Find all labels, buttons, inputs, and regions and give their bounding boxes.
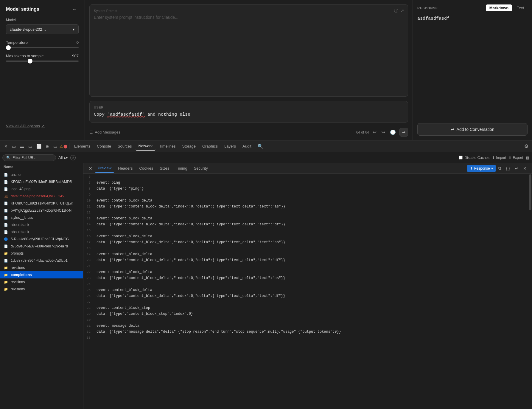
code-line: 15 bbox=[83, 227, 532, 233]
list-item[interactable]: 📄 about:blank bbox=[0, 221, 83, 228]
code-line: 25event: content_block_delta bbox=[83, 287, 532, 293]
dock-bottom-button[interactable]: ▬ bbox=[18, 143, 26, 150]
temperature-slider-thumb[interactable] bbox=[6, 45, 11, 50]
code-line: 14data: {"type":"content_block_delta","i… bbox=[83, 221, 532, 227]
tab-markdown[interactable]: Markdown bbox=[486, 4, 512, 11]
response-label: RESPONSE bbox=[417, 6, 438, 10]
search-button[interactable]: 🔍 bbox=[255, 142, 266, 150]
dock-left-button[interactable]: ▭ bbox=[10, 143, 18, 150]
all-chevron-icon: ▴▾ bbox=[64, 155, 68, 160]
preview-tab-security[interactable]: Security bbox=[191, 164, 211, 172]
list-item[interactable]: 📄 1dce37b3-8964-4dac-a055-7a3fcb1. bbox=[0, 257, 83, 264]
filter-options-icon[interactable]: ◎ bbox=[70, 155, 76, 160]
collapse-button[interactable]: ← bbox=[70, 6, 79, 13]
max-tokens-slider-track[interactable] bbox=[6, 61, 79, 62]
import-button[interactable]: ⬇ Import bbox=[492, 156, 506, 160]
list-item[interactable]: 📁 revisions bbox=[0, 264, 83, 271]
devtools-toolbar: ✕ ▭ ▬ ▭ ⬜ ⊕ ▭ ⚠ ⬤ Elements Console Sourc… bbox=[0, 140, 532, 152]
preview-tab-timing[interactable]: Timing bbox=[173, 164, 190, 172]
dock-right-button[interactable]: ▭ bbox=[27, 143, 34, 150]
disable-caches-checkbox[interactable] bbox=[459, 156, 463, 159]
tab-text[interactable]: Text bbox=[513, 4, 528, 11]
close-response-button[interactable]: ✕ bbox=[521, 165, 528, 172]
expand-icon[interactable]: ⤢ bbox=[401, 8, 404, 14]
temperature-slider-track[interactable] bbox=[6, 47, 79, 48]
preview-tab-sizes[interactable]: Sizes bbox=[157, 164, 172, 172]
chevron-down-icon: ▾ bbox=[73, 27, 75, 32]
doc-icon: 📄 bbox=[4, 201, 8, 206]
model-value: claude-3-opus-202… bbox=[10, 27, 46, 32]
list-item[interactable]: 🖼 data:image/png;base64,iVB…24V bbox=[0, 193, 83, 200]
center-panel: System Prompt Enter system prompt instru… bbox=[85, 0, 413, 140]
close-preview-button[interactable]: ✕ bbox=[87, 165, 94, 171]
preview-tab-cookies[interactable]: Cookies bbox=[136, 164, 156, 172]
preview-tabs-bar: ✕ Preview Headers Cookies Sizes Timing S… bbox=[83, 163, 532, 174]
list-item[interactable]: 📄 logo_48.png bbox=[0, 185, 83, 193]
doc-icon: 📄 bbox=[4, 179, 8, 184]
add-messages-icon: ☰ bbox=[89, 130, 93, 134]
devices-button[interactable]: ⬜ bbox=[35, 143, 43, 150]
list-item[interactable]: 📁 prompts bbox=[0, 250, 83, 257]
tab-elements[interactable]: Elements bbox=[71, 142, 93, 150]
response-panel: RESPONSE Markdown Text asdfasdfasdf ↩ Ad… bbox=[413, 0, 532, 140]
preview-tab-preview[interactable]: Preview bbox=[95, 164, 114, 173]
clear-button[interactable]: 🗑 bbox=[525, 155, 530, 160]
tab-graphics[interactable]: Graphics bbox=[199, 142, 221, 150]
filter-url-input[interactable]: 🔍 Filter Full URL bbox=[2, 154, 56, 161]
format-button[interactable]: { } bbox=[504, 165, 512, 172]
list-item[interactable]: 📄 d75d9e0f-6a37-430e-9ed7-29c4a7d bbox=[0, 243, 83, 250]
tab-sources[interactable]: Sources bbox=[115, 142, 135, 150]
tab-audit[interactable]: Audit bbox=[239, 142, 254, 150]
list-item[interactable]: 📁 revisions bbox=[0, 286, 83, 293]
folder-icon: 📁 bbox=[4, 287, 8, 292]
preview-scrollbar[interactable] bbox=[528, 174, 532, 409]
screen-button[interactable]: ▭ bbox=[52, 143, 59, 150]
view-api-options-link[interactable]: View all API options ↗ bbox=[6, 124, 45, 128]
list-item[interactable]: 🔵 5-R-uUo80-dfy09tUOoa3CHWpNCG. bbox=[0, 236, 83, 243]
all-filter-dropdown[interactable]: All ▴▾ bbox=[58, 155, 68, 160]
tab-network[interactable]: Network bbox=[136, 142, 156, 151]
settings-gear-button[interactable]: ⚙ bbox=[523, 142, 530, 150]
tab-console[interactable]: Console bbox=[94, 142, 114, 150]
undo-button[interactable]: ↩ bbox=[371, 128, 378, 136]
word-wrap-button[interactable]: ↵ bbox=[513, 165, 520, 172]
list-item[interactable]: 📄 anchor bbox=[0, 171, 83, 178]
list-item[interactable]: 📄 styles__ltr.css bbox=[0, 214, 83, 221]
img-icon: 🖼 bbox=[4, 194, 8, 199]
system-prompt-box[interactable]: System Prompt Enter system prompt instru… bbox=[89, 4, 408, 97]
history-button[interactable]: 🕒 bbox=[389, 128, 397, 136]
list-item[interactable]: 📄 KFOmCnqEu92Fr1Mu4mxKKTU1Kg.w. bbox=[0, 200, 83, 207]
doc-icon: 📄 bbox=[4, 244, 8, 249]
list-item[interactable]: 📄 KFOlCnqEu92Fr1MmEU9fBBc4AMP6l bbox=[0, 178, 83, 185]
file-list-header: Name bbox=[0, 163, 83, 171]
list-item[interactable]: 📄 pVlYgICqg3wZ2JaY4kcbqn6HC1zR-N bbox=[0, 207, 83, 214]
preview-tab-headers[interactable]: Headers bbox=[115, 164, 136, 172]
max-tokens-slider-thumb[interactable] bbox=[28, 59, 32, 63]
code-preview-area: 6 7event: ping 8data: {"type": "ping"} 9… bbox=[83, 174, 532, 409]
list-item[interactable]: 📁 revisions bbox=[0, 278, 83, 286]
pick-element-button[interactable]: ⊕ bbox=[44, 143, 51, 150]
max-tokens-label: Max tokens to sample bbox=[6, 54, 43, 58]
user-message-box[interactable]: USER Copy "asdfasdfasdf" and nothing els… bbox=[89, 101, 408, 123]
code-line: 30 bbox=[83, 317, 532, 323]
doc-icon: 📄 bbox=[4, 187, 8, 191]
response-dropdown-button[interactable]: ⬇ Response ▾ bbox=[467, 165, 496, 172]
settings-button[interactable]: ⇌ bbox=[399, 128, 408, 137]
scrollbar-thumb[interactable] bbox=[529, 174, 531, 210]
redo-button[interactable]: ↪ bbox=[380, 128, 386, 136]
add-to-conversation-button[interactable]: ↩ Add to Conversation bbox=[417, 123, 528, 136]
list-item[interactable]: 📄 about:blank bbox=[0, 228, 83, 236]
model-dropdown[interactable]: claude-3-opus-202… ▾ bbox=[6, 24, 79, 34]
list-item-completions[interactable]: 📁 completions bbox=[0, 271, 83, 278]
tab-timelines[interactable]: Timelines bbox=[156, 142, 178, 150]
tab-storage[interactable]: Storage bbox=[179, 142, 199, 150]
system-prompt-placeholder: Enter system prompt instructions for Cla… bbox=[94, 15, 404, 20]
export-button[interactable]: ⬆ Export bbox=[508, 156, 523, 160]
info-icon[interactable]: ⓘ bbox=[394, 8, 398, 14]
copy-button[interactable]: ⧉ bbox=[497, 165, 503, 172]
preview-panel: ✕ Preview Headers Cookies Sizes Timing S… bbox=[83, 163, 532, 409]
close-devtools-button[interactable]: ✕ bbox=[2, 143, 10, 150]
tab-layers[interactable]: Layers bbox=[221, 142, 239, 150]
user-label: USER bbox=[94, 106, 404, 109]
add-messages-button[interactable]: ☰ Add Messages bbox=[89, 130, 120, 134]
